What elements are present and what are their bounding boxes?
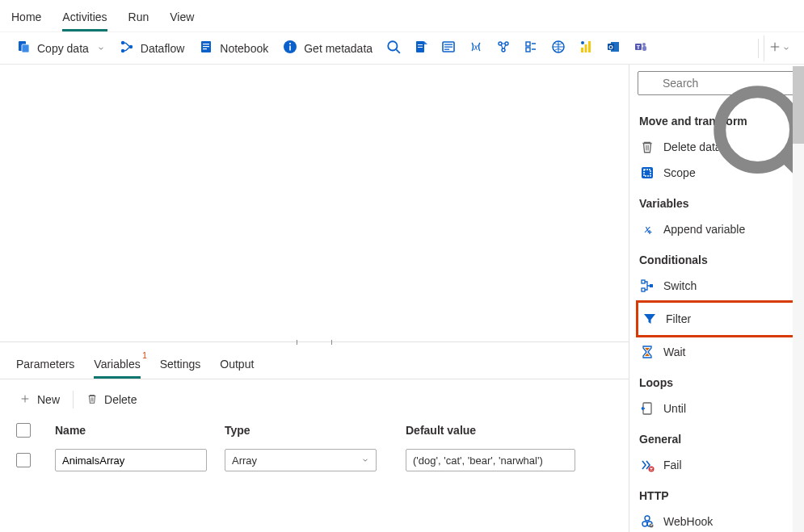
dataflow-icon	[120, 40, 134, 57]
copy-data-label: Copy data	[37, 42, 89, 55]
table-row: Array ('dog', 'cat', 'bear', 'narwhal')	[16, 444, 612, 476]
get-metadata-label: Get metadata	[304, 42, 373, 55]
toolbar-add-button[interactable]	[764, 36, 794, 61]
row-checkbox[interactable]	[16, 453, 31, 467]
delete-label: Delete	[104, 393, 137, 406]
notebook-icon	[199, 40, 213, 57]
activity-label: Wait	[663, 346, 685, 358]
search-icon	[644, 77, 657, 90]
toolbar-ml-button[interactable]	[490, 36, 516, 61]
fail-icon	[639, 457, 655, 473]
section-general: General	[638, 425, 796, 452]
toolbar-web-button[interactable]	[545, 36, 571, 61]
top-tab-run[interactable]: Run	[128, 4, 149, 31]
switch-icon	[639, 278, 655, 294]
col-name: Name	[55, 424, 225, 437]
var-default-value: ('dog', 'cat', 'bear', 'narwhal')	[413, 455, 543, 467]
wait-icon	[639, 344, 655, 360]
activity-wait[interactable]: Wait	[638, 339, 796, 365]
top-menu: Home Activities Run View	[0, 0, 804, 32]
delete-variable-button[interactable]: Delete	[86, 393, 137, 407]
info-icon	[283, 40, 297, 57]
var-type-value: Array	[232, 455, 257, 467]
section-loops: Loops	[638, 368, 796, 396]
activity-webhook[interactable]: WebHook	[638, 509, 796, 532]
webhook-icon	[639, 513, 655, 530]
new-variable-button[interactable]: New	[19, 393, 60, 407]
vertical-scrollbar[interactable]	[793, 66, 804, 532]
tab-variables[interactable]: Variables 1	[94, 353, 140, 379]
top-tab-view[interactable]: View	[170, 4, 194, 31]
toolbar-task-button[interactable]	[518, 36, 544, 61]
var-type-select[interactable]: Array	[225, 449, 377, 471]
plus-icon	[769, 41, 781, 56]
search-icon	[386, 40, 401, 57]
action-divider	[73, 391, 74, 408]
var-name-input[interactable]	[55, 449, 207, 471]
select-all-checkbox[interactable]	[16, 423, 31, 438]
highlighted-activity: Filter	[636, 300, 798, 337]
tab-parameters[interactable]: Parameters	[16, 353, 74, 379]
toolbar: Copy data Dataflow Notebook Get metadata	[0, 32, 804, 65]
new-label: New	[37, 393, 60, 406]
powerbi-icon	[579, 40, 593, 57]
toolbar-outlook-button[interactable]	[600, 36, 626, 61]
activity-until[interactable]: Until	[638, 396, 796, 421]
activity-append-variable[interactable]: Append variable	[638, 216, 796, 242]
activity-label: Filter	[666, 312, 691, 325]
copy-data-icon	[16, 40, 31, 57]
task-icon	[524, 40, 538, 57]
outlook-icon	[606, 40, 621, 57]
panel-splitter[interactable]	[0, 341, 629, 346]
activity-label: Switch	[663, 279, 697, 292]
ml-icon	[496, 40, 511, 57]
toolbar-teams-button[interactable]	[628, 36, 654, 61]
activity-label: Append variable	[663, 223, 745, 236]
activities-panel: Move and transform Delete data Scope Var…	[629, 65, 804, 532]
toolbar-script-button[interactable]	[408, 36, 434, 61]
toolbar-form-button[interactable]	[436, 36, 461, 61]
chevron-down-icon	[782, 41, 790, 56]
plus-icon	[19, 393, 31, 407]
filter-icon	[642, 311, 658, 327]
activity-label: WebHook	[663, 515, 713, 528]
dataflow-button[interactable]: Dataflow	[113, 36, 191, 61]
top-tab-home[interactable]: Home	[11, 4, 41, 31]
var-default-input[interactable]: ('dog', 'cat', 'bear', 'narwhal')	[406, 449, 575, 471]
tab-settings[interactable]: Settings	[160, 353, 201, 379]
activity-label: Until	[663, 402, 686, 415]
activity-filter[interactable]: Filter	[638, 306, 795, 332]
get-metadata-button[interactable]: Get metadata	[276, 36, 379, 61]
dataflow-label: Dataflow	[141, 42, 184, 55]
activity-fail[interactable]: Fail	[638, 452, 796, 478]
section-http: HTTP	[638, 481, 796, 509]
script-icon	[414, 40, 428, 57]
col-default: Default value	[394, 424, 612, 437]
col-type: Type	[225, 424, 394, 437]
variable-icon	[469, 40, 483, 57]
scrollbar-thumb[interactable]	[793, 66, 804, 144]
until-icon	[639, 400, 655, 417]
bottom-panel: Parameters Variables 1 Settings Output N…	[0, 346, 629, 532]
activity-label: Fail	[663, 459, 682, 471]
trash-icon	[86, 393, 98, 407]
toolbar-lookup-button[interactable]	[381, 36, 406, 61]
toolbar-powerbi-button[interactable]	[573, 36, 599, 61]
chevron-down-icon	[361, 455, 369, 467]
teams-icon	[634, 40, 648, 57]
append-variable-icon	[639, 221, 655, 237]
activity-switch[interactable]: Switch	[638, 273, 796, 299]
globe-icon	[551, 40, 566, 57]
section-conditionals: Conditionals	[638, 245, 796, 273]
top-tab-activities[interactable]: Activities	[62, 4, 107, 31]
chevron-down-icon	[97, 42, 105, 55]
pipeline-canvas[interactable]	[0, 65, 629, 341]
toolbar-divider	[758, 39, 759, 58]
notebook-label: Notebook	[220, 42, 268, 55]
tab-variables-label: Variables	[94, 358, 140, 371]
tab-output[interactable]: Output	[220, 353, 254, 379]
copy-data-button[interactable]: Copy data	[10, 36, 112, 61]
tab-variables-badge: 1	[142, 351, 147, 360]
toolbar-variable-button[interactable]	[463, 36, 489, 61]
notebook-button[interactable]: Notebook	[192, 36, 275, 61]
